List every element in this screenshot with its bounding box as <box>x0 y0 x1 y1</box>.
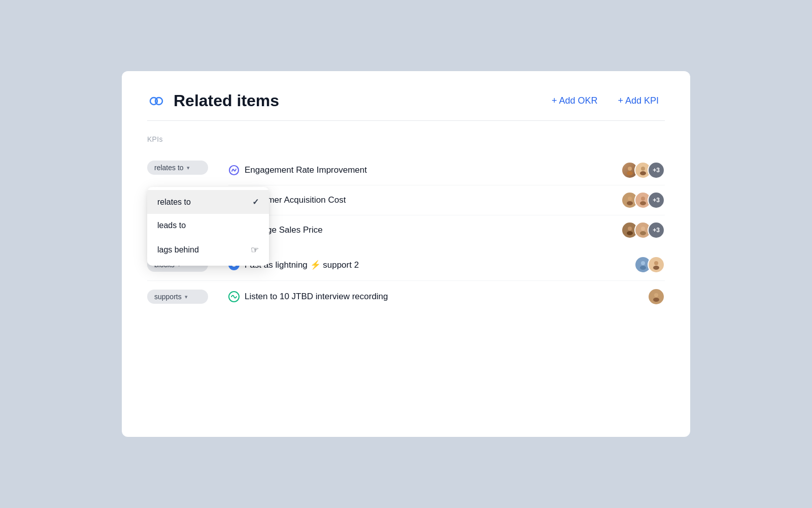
supports-row: supports ▾ Listen to 10 JTBD interview r… <box>147 281 665 312</box>
related-items-icon <box>147 92 165 110</box>
add-okr-button[interactable]: + Add OKR <box>546 92 604 109</box>
svg-point-20 <box>653 266 659 270</box>
supports-item-name: Listen to 10 JTBD interview recording <box>245 292 388 302</box>
avatar-count-3: +3 <box>648 221 665 239</box>
svg-point-3 <box>628 167 632 171</box>
blocks-avatars <box>634 256 665 273</box>
supports-item-icon <box>228 291 240 302</box>
svg-point-19 <box>654 261 658 265</box>
dropdown-item-relates-to[interactable]: relates to ✓ <box>147 190 269 214</box>
check-icon: ✓ <box>252 197 259 207</box>
kpi-item-name-1: Engagement Rate Improvement <box>245 165 367 175</box>
avatars-3: +3 <box>621 221 665 239</box>
avatar-count-2: +3 <box>648 192 665 209</box>
svg-point-11 <box>640 201 646 205</box>
add-kpi-button[interactable]: + Add KPI <box>612 92 665 109</box>
svg-point-10 <box>641 197 645 201</box>
badge-column: relates to ▾ relates to ✓ leads to <box>147 155 218 175</box>
dropdown-item-label: relates to <box>157 198 191 207</box>
badge-label: relates to <box>154 164 184 172</box>
page-title: Related items <box>174 91 537 110</box>
supports-item-row: Listen to 10 JTBD interview recording <box>228 291 637 302</box>
cursor-icon: ☞ <box>251 244 259 256</box>
kpis-label: KPIs <box>147 135 665 143</box>
svg-point-18 <box>640 266 646 270</box>
chevron-down-icon: ▾ <box>187 165 190 171</box>
section-header: Related items + Add OKR + Add KPI <box>147 91 665 121</box>
svg-point-16 <box>640 231 646 235</box>
svg-point-22 <box>653 298 659 302</box>
kpi-item-3: Average Sales Price +3 <box>228 215 665 245</box>
svg-point-21 <box>654 293 658 297</box>
kpi-items-column: Engagement Rate Improvement +3 <box>228 155 665 245</box>
avatars-1: +3 <box>621 162 665 179</box>
avatar <box>648 288 665 305</box>
supports-avatars <box>648 288 665 305</box>
avatar-count-1: +3 <box>648 162 665 179</box>
relation-dropdown: relates to ✓ leads to lags behind ☞ <box>147 187 269 266</box>
svg-point-13 <box>628 227 632 231</box>
relates-to-badge[interactable]: relates to ▾ <box>147 161 208 175</box>
svg-point-4 <box>627 171 633 175</box>
dropdown-item-lags-behind[interactable]: lags behind ☞ <box>147 237 269 263</box>
main-card: Related items + Add OKR + Add KPI KPIs r… <box>122 71 690 437</box>
avatar <box>648 256 665 273</box>
svg-point-15 <box>641 227 645 231</box>
avatars-2: +3 <box>621 192 665 209</box>
supports-badge-column: supports ▾ <box>147 290 218 304</box>
svg-point-5 <box>641 167 645 171</box>
supports-badge-label: supports <box>154 293 182 301</box>
dropdown-item-label: leads to <box>157 221 186 230</box>
kpi-item-1: Engagement Rate Improvement +3 <box>228 155 665 185</box>
svg-point-14 <box>627 231 633 235</box>
svg-point-9 <box>627 201 633 205</box>
dropdown-item-leads-to[interactable]: leads to <box>147 214 269 237</box>
kpi-icon-1 <box>228 165 240 176</box>
chevron-down-icon: ▾ <box>185 294 188 300</box>
svg-point-8 <box>628 197 632 201</box>
blocks-item-row: Fast as lightning ⚡ support 2 <box>228 259 624 270</box>
svg-point-17 <box>641 261 645 265</box>
kpi-item-2: Customer Acquisition Cost +3 <box>228 185 665 215</box>
supports-badge[interactable]: supports ▾ <box>147 290 208 304</box>
svg-point-6 <box>640 171 646 175</box>
dropdown-item-label: lags behind <box>157 245 199 255</box>
relation-group-relates-to: relates to ▾ relates to ✓ leads to <box>147 151 665 249</box>
kpis-section: KPIs relates to ▾ relates to ✓ <box>147 135 665 312</box>
